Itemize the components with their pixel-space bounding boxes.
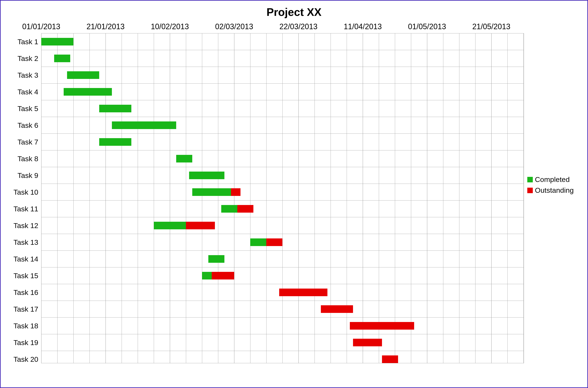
bar-segment-completed [192,188,231,196]
square-icon [527,188,533,193]
gantt-bar [192,188,240,196]
bar-segment-completed [41,38,73,46]
square-icon [527,177,533,182]
bar-segment-outstanding [186,222,215,229]
bar-segment-completed [208,255,224,263]
x-tick-label: 11/04/2013 [344,22,382,31]
legend-item-outstanding: Outstanding [527,186,574,194]
gantt-bar [189,171,224,179]
bar-segment-outstanding [237,205,253,213]
bar-segment-completed [154,222,186,229]
gantt-row: Task 15 [41,267,523,284]
gantt-row: Task 3 [41,67,523,83]
task-label: Task 2 [18,54,41,63]
chart-area: 01/01/201321/01/201310/02/201302/03/2013… [5,18,583,363]
x-tick-label: 10/02/2013 [151,22,189,31]
gantt-bar [221,205,253,213]
gantt-bar [208,255,224,263]
gantt-row: Task 6 [41,117,523,133]
task-label: Task 3 [18,71,41,79]
gantt-bar [353,339,382,346]
task-label: Task 1 [18,38,41,46]
gantt-row: Task 4 [41,83,523,100]
task-label: Task 4 [18,88,41,96]
gantt-bar [279,289,328,296]
bar-segment-completed [176,155,192,163]
gantt-bar [64,88,112,96]
gantt-bar [250,239,282,246]
x-axis: 01/01/201321/01/201310/02/201302/03/2013… [41,18,523,33]
gantt-row: Task 7 [41,133,523,150]
bar-segment-outstanding [266,239,282,246]
bar-segment-outstanding [212,272,234,279]
gantt-bar [54,55,70,62]
task-label: Task 19 [14,339,41,347]
gantt-row: Task 5 [41,100,523,117]
task-label: Task 9 [18,171,41,180]
task-label: Task 13 [14,238,41,246]
task-label: Task 10 [14,188,41,196]
gantt-bar [99,105,131,112]
bar-segment-completed [202,272,212,279]
gantt-row: Task 18 [41,317,523,334]
legend: Completed Outstanding [527,175,574,197]
task-label: Task 12 [14,221,41,230]
gantt-bar [41,38,73,46]
gantt-bar [382,355,398,363]
gantt-row: Task 10 [41,184,523,200]
task-label: Task 6 [18,121,41,129]
task-label: Task 14 [14,255,41,263]
task-label: Task 16 [14,288,41,297]
bar-segment-outstanding [382,355,398,363]
gantt-row: Task 11 [41,200,523,217]
legend-label-outstanding: Outstanding [535,186,574,194]
bar-segment-completed [67,71,99,79]
gantt-bar [112,121,176,129]
gantt-bar [321,305,353,313]
bar-segment-outstanding [353,339,382,346]
gantt-bar [202,272,234,279]
gantt-bar [67,71,99,79]
bar-segment-completed [99,105,131,112]
gantt-bar [154,222,215,229]
gantt-row: Task 2 [41,50,523,67]
x-tick-label: 01/05/2013 [408,22,446,31]
gantt-row: Task 20 [41,351,523,367]
chart-frame: Project XX 01/01/201321/01/201310/02/201… [0,0,588,388]
gantt-row: Task 8 [41,150,523,167]
bar-segment-completed [64,88,112,96]
bar-segment-completed [99,138,131,146]
task-label: Task 5 [18,104,41,113]
gantt-plot: Task 1Task 2Task 3Task 4Task 5Task 6Task… [41,33,523,363]
x-tick-label: 21/01/2013 [87,22,125,31]
x-tick-label: 21/05/2013 [472,22,510,31]
gantt-bar [350,322,414,330]
task-label: Task 7 [18,138,41,146]
gantt-bar [176,155,192,163]
gantt-row: Task 9 [41,167,523,184]
gantt-row: Task 17 [41,301,523,317]
x-tick-label: 02/03/2013 [215,22,253,31]
bar-segment-completed [54,55,70,62]
gantt-row: Task 16 [41,284,523,301]
task-label: Task 8 [18,155,41,163]
task-label: Task 20 [14,355,41,364]
bar-segment-outstanding [231,188,241,196]
bar-segment-outstanding [321,305,353,313]
task-label: Task 18 [14,322,41,330]
gantt-row: Task 19 [41,334,523,351]
task-label: Task 15 [14,272,41,280]
bar-segment-completed [112,121,176,129]
legend-label-completed: Completed [535,175,570,184]
legend-item-completed: Completed [527,175,574,184]
bar-segment-outstanding [279,289,328,296]
chart-title: Project XX [5,6,583,18]
gantt-row: Task 12 [41,217,523,234]
gantt-row: Task 13 [41,234,523,250]
gantt-bar [99,138,131,146]
x-tick-label: 22/03/2013 [280,22,317,31]
gantt-row: Task 1 [41,33,523,50]
bar-segment-outstanding [350,322,414,330]
x-tick-label: 01/01/2013 [22,22,60,31]
bar-segment-completed [189,171,224,179]
